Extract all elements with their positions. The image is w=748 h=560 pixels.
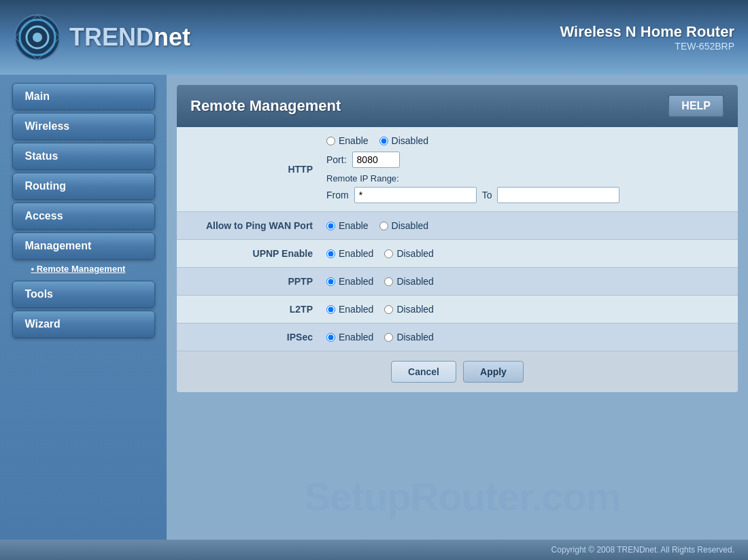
ping-enable-label[interactable]: Enable <box>326 220 369 231</box>
sidebar-item-tools[interactable]: Tools <box>12 281 155 308</box>
ping-wan-field-content: Enable Disabled <box>326 220 724 231</box>
l2tp-enabled-radio[interactable] <box>326 305 335 314</box>
http-enable-radio[interactable] <box>326 137 335 145</box>
ipsec-row: IPSec Enabled Disabled <box>177 323 738 351</box>
ip-range-label: Remote IP Range: <box>326 173 724 183</box>
ipsec-disabled-radio[interactable] <box>384 333 393 342</box>
pptp-enabled-label[interactable]: Enabled <box>326 276 373 287</box>
sidebar-item-routing[interactable]: Routing <box>12 173 155 200</box>
port-input[interactable] <box>352 152 400 168</box>
sidebar-item-wireless[interactable]: Wireless <box>12 113 155 140</box>
sidebar-item-wizard[interactable]: Wizard <box>12 311 155 338</box>
upnp-field-content: Enabled Disabled <box>326 248 724 259</box>
l2tp-disabled-radio[interactable] <box>384 305 393 314</box>
ip-from-input[interactable] <box>354 187 477 203</box>
l2tp-disabled-label[interactable]: Disabled <box>384 304 433 315</box>
ping-wan-row: Allow to Ping WAN Port Enable Disabled <box>177 212 738 240</box>
footer: Copyright © 2008 TRENDnet. All Rights Re… <box>0 540 748 560</box>
sidebar-item-main[interactable]: Main <box>12 83 155 110</box>
pptp-field-content: Enabled Disabled <box>326 276 724 287</box>
l2tp-field-content: Enabled Disabled <box>326 304 724 315</box>
ping-disabled-radio[interactable] <box>379 222 388 230</box>
ping-wan-label: Allow to Ping WAN Port <box>190 220 326 231</box>
ip-to-input[interactable] <box>497 187 619 203</box>
upnp-enabled-radio[interactable] <box>326 249 335 258</box>
ipsec-radio-group: Enabled Disabled <box>326 332 724 343</box>
upnp-enabled-label[interactable]: Enabled <box>326 248 373 259</box>
ipsec-disabled-label[interactable]: Disabled <box>384 332 433 343</box>
panel-header: Remote Management HELP <box>177 85 738 127</box>
l2tp-row: L2TP Enabled Disabled <box>177 296 738 323</box>
port-row: Port: <box>326 152 724 168</box>
ping-enable-radio[interactable] <box>326 222 335 230</box>
logo-area: TRENDnet <box>14 14 190 61</box>
pptp-disabled-label[interactable]: Disabled <box>384 276 433 287</box>
product-name: Wireless N Home Router <box>560 23 734 41</box>
help-button[interactable]: HELP <box>668 94 724 118</box>
http-enable-label[interactable]: Enable <box>326 135 369 146</box>
apply-button[interactable]: Apply <box>463 361 524 383</box>
logo-text: TRENDnet <box>69 23 190 52</box>
sidebar-item-remote-management[interactable]: • Remote Management <box>12 260 155 278</box>
sidebar-item-status[interactable]: Status <box>12 143 155 170</box>
product-model: TEW-652BRP <box>560 41 734 52</box>
http-disabled-radio[interactable] <box>379 137 388 145</box>
sidebar-item-management[interactable]: Management <box>12 232 155 260</box>
cancel-button[interactable]: Cancel <box>391 361 456 383</box>
sidebar: Main Wireless Status Routing Access Mana… <box>0 75 167 540</box>
upnp-row: UPNP Enable Enabled Disabled <box>177 240 738 268</box>
upnp-label: UPNP Enable <box>190 248 326 259</box>
panel-title: Remote Management <box>190 97 341 115</box>
ipsec-label: IPSec <box>190 332 326 343</box>
ipsec-field-content: Enabled Disabled <box>326 332 724 343</box>
pptp-row: PPTP Enabled Disabled <box>177 268 738 296</box>
ipsec-enabled-label[interactable]: Enabled <box>326 332 373 343</box>
content-panel: Remote Management HELP HTTP Enable <box>177 85 738 392</box>
ipsec-enabled-radio[interactable] <box>326 333 335 342</box>
http-label: HTTP <box>190 164 326 175</box>
pptp-enabled-radio[interactable] <box>326 277 335 286</box>
ip-range-row: Remote IP Range: From To <box>326 173 724 203</box>
l2tp-label: L2TP <box>190 304 326 315</box>
footer-copyright: Copyright © 2008 TRENDnet. All Rights Re… <box>551 545 734 555</box>
sidebar-item-access[interactable]: Access <box>12 203 155 230</box>
main-layout: Main Wireless Status Routing Access Mana… <box>0 75 748 540</box>
pptp-label: PPTP <box>190 276 326 287</box>
pptp-radio-group: Enabled Disabled <box>326 276 724 287</box>
ip-range-inputs: From To <box>326 187 724 203</box>
trendnet-logo-icon <box>14 14 61 61</box>
ping-wan-radio-group: Enable Disabled <box>326 220 724 231</box>
l2tp-enabled-label[interactable]: Enabled <box>326 304 373 315</box>
svg-point-3 <box>33 33 42 42</box>
l2tp-radio-group: Enabled Disabled <box>326 304 724 315</box>
upnp-radio-group: Enabled Disabled <box>326 248 724 259</box>
header: TRENDnet Wireless N Home Router TEW-652B… <box>0 0 748 75</box>
http-disabled-label[interactable]: Disabled <box>379 135 428 146</box>
form-content: HTTP Enable Disabled <box>177 127 738 392</box>
content-area: Remote Management HELP HTTP Enable <box>167 75 748 540</box>
ping-disabled-label[interactable]: Disabled <box>379 220 428 231</box>
upnp-disabled-radio[interactable] <box>384 249 393 258</box>
http-radio-group: Enable Disabled <box>326 135 724 146</box>
pptp-disabled-radio[interactable] <box>384 277 393 286</box>
product-info: Wireless N Home Router TEW-652BRP <box>560 23 734 52</box>
button-row: Cancel Apply <box>177 351 738 392</box>
http-row: HTTP Enable Disabled <box>177 127 738 212</box>
http-field-content: Enable Disabled Port: Remot <box>326 135 724 203</box>
upnp-disabled-label[interactable]: Disabled <box>384 248 433 259</box>
nav-section-management: Management • Remote Management <box>12 232 155 278</box>
